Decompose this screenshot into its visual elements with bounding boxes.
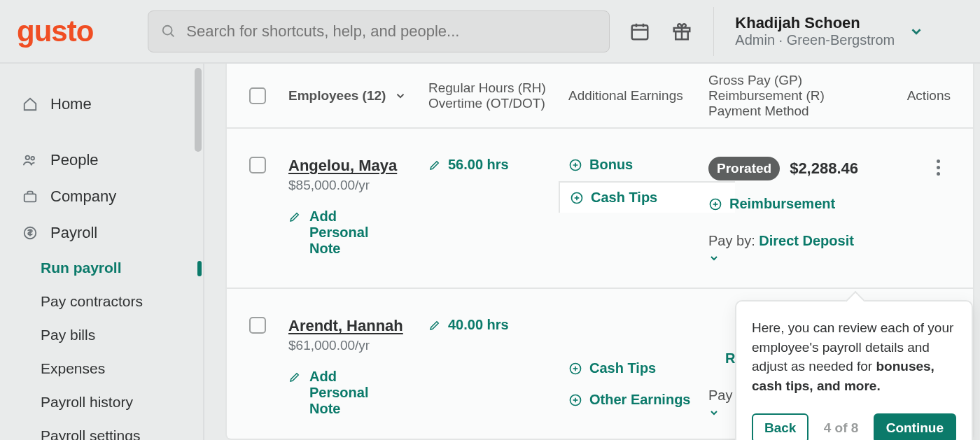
gross-pay-value: $2,288.46 [790, 159, 858, 178]
employee-salary: $85,000.00/yr [288, 178, 428, 193]
popover-back-button[interactable]: Back [752, 413, 808, 440]
pay-method: Pay by: Direct Deposit [708, 233, 862, 265]
plus-circle-icon [568, 158, 582, 172]
pencil-icon [288, 211, 301, 223]
user-role: Admin · Green-Bergstrom [735, 32, 895, 48]
hours-button[interactable]: 40.00 hrs [428, 317, 568, 333]
search-input[interactable] [186, 22, 596, 41]
calendar-icon[interactable] [629, 21, 650, 42]
employee-row: Angelou, Maya $85,000.00/yr Add Personal… [227, 129, 973, 289]
nav-company[interactable]: Company [15, 178, 197, 215]
bonus-button[interactable]: Bonus [568, 157, 708, 173]
briefcase-icon [22, 189, 38, 204]
pencil-icon [428, 159, 441, 171]
add-note-button[interactable]: Add Personal Note [288, 369, 428, 417]
employee-name-link[interactable]: Arendt, Hannah [288, 317, 428, 335]
gusto-logo: gusto [17, 15, 93, 48]
row-checkbox[interactable] [249, 317, 266, 334]
nav-payroll-settings[interactable]: Payroll settings [15, 419, 197, 440]
chevron-down-icon [909, 24, 924, 39]
row-checkbox[interactable] [249, 157, 266, 173]
pencil-icon [288, 371, 301, 383]
sidebar: Home People Company Payroll Run payroll … [0, 64, 203, 440]
col-actions-header: Actions [862, 88, 951, 104]
add-note-button[interactable]: Add Personal Note [288, 208, 428, 257]
popover-continue-button[interactable]: Continue [874, 413, 956, 440]
plus-circle-icon [570, 191, 584, 205]
svg-line-1 [171, 33, 174, 36]
reimbursement-button[interactable]: Reimbursement [708, 196, 862, 212]
gift-icon[interactable] [671, 21, 692, 42]
nav-home[interactable]: Home [15, 86, 197, 122]
nav-people[interactable]: People [15, 142, 197, 178]
svg-point-0 [163, 25, 172, 34]
popover-text: Here, you can review each of your employ… [752, 318, 956, 395]
search-icon [161, 24, 176, 39]
col-additional-header: Additional Earnings [568, 88, 708, 104]
svg-rect-11 [24, 194, 36, 201]
prorated-badge: Prorated [708, 157, 780, 180]
plus-circle-icon [568, 362, 582, 376]
chevron-down-icon [708, 407, 720, 418]
chevron-down-icon [708, 253, 720, 264]
employee-salary: $61,000.00/yr [288, 338, 428, 353]
cash-tips-button[interactable]: Cash Tips [570, 190, 725, 206]
chevron-down-icon [394, 90, 407, 102]
cash-tips-button[interactable]: Cash Tips [568, 360, 708, 376]
select-all-checkbox[interactable] [249, 87, 266, 104]
user-menu[interactable]: Khadijah Schoen Admin · Green-Bergstrom [735, 14, 924, 48]
svg-rect-2 [632, 25, 648, 39]
nav-run-payroll[interactable]: Run payroll [15, 251, 197, 285]
svg-point-10 [31, 157, 34, 160]
nav-payroll[interactable]: Payroll [15, 215, 197, 251]
user-name: Khadijah Schoen [735, 14, 895, 32]
pencil-icon [428, 319, 441, 332]
home-icon [22, 97, 38, 112]
col-grosspay-header: Gross Pay (GP) Reimbursement (R) Payment… [708, 73, 862, 119]
nav-pay-bills[interactable]: Pay bills [15, 318, 197, 352]
svg-point-9 [26, 156, 30, 160]
col-hours-header: Regular Hours (RH) Overtime (OT/DOT) [428, 80, 568, 111]
nav-payroll-history[interactable]: Payroll history [15, 385, 197, 419]
col-employees-header[interactable]: Employees (12) [288, 88, 428, 104]
employee-name-link[interactable]: Angelou, Maya [288, 157, 428, 175]
people-icon [22, 152, 38, 168]
dollar-icon [22, 225, 38, 241]
row-actions-menu[interactable] [930, 159, 946, 176]
plus-circle-icon [568, 393, 582, 407]
nav-pay-contractors[interactable]: Pay contractors [15, 285, 197, 318]
popover-step-count: 4 of 8 [824, 418, 859, 438]
onboarding-popover: Here, you can review each of your employ… [735, 300, 973, 440]
search-box[interactable] [148, 10, 610, 52]
other-earnings-button[interactable]: Other Earnings [568, 392, 708, 408]
vertical-divider [713, 7, 714, 56]
plus-circle-icon [708, 197, 722, 211]
nav-expenses[interactable]: Expenses [15, 352, 197, 385]
hours-button[interactable]: 56.00 hrs [428, 157, 568, 173]
